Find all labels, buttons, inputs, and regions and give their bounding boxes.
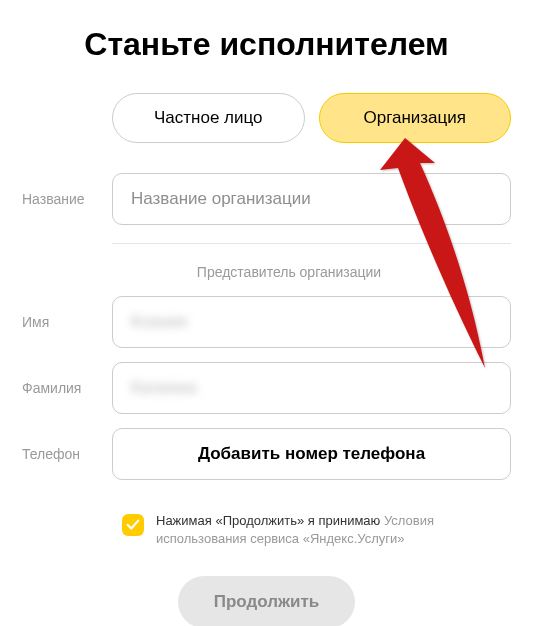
- account-type-tabs: Частное лицо Организация: [112, 93, 511, 143]
- firstname-value: Ксения: [131, 312, 187, 332]
- label-firstname: Имя: [22, 314, 112, 330]
- label-lastname: Фамилия: [22, 380, 112, 396]
- terms-prefix: Нажимая «Продолжить» я принимаю: [156, 513, 384, 528]
- continue-button[interactable]: Продолжить: [178, 576, 356, 626]
- section-representative: Представитель организации: [67, 264, 511, 280]
- label-phone: Телефон: [22, 446, 112, 462]
- org-name-input[interactable]: [112, 173, 511, 225]
- page-title: Станьте исполнителем: [22, 26, 511, 63]
- lastname-value: Калинка: [131, 378, 196, 398]
- label-org-name: Название: [22, 191, 112, 207]
- add-phone-button[interactable]: Добавить номер телефона: [112, 428, 511, 480]
- tab-private[interactable]: Частное лицо: [112, 93, 305, 143]
- terms-text: Нажимая «Продолжить» я принимаю Условия …: [156, 512, 456, 548]
- firstname-input[interactable]: Ксения: [112, 296, 511, 348]
- check-icon: [126, 518, 140, 532]
- tab-organization[interactable]: Организация: [319, 93, 512, 143]
- divider: [112, 243, 511, 244]
- lastname-input[interactable]: Калинка: [112, 362, 511, 414]
- terms-checkbox[interactable]: [122, 514, 144, 536]
